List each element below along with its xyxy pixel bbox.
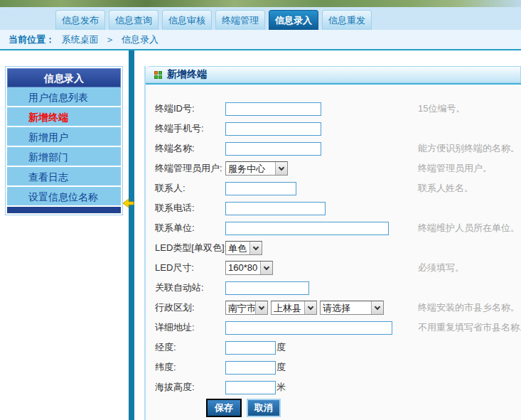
address-input[interactable] — [225, 321, 392, 335]
sidebar-item-set-slot-name[interactable]: 设置信息位名称 — [7, 187, 121, 207]
save-button[interactable]: 保存 — [206, 399, 242, 417]
panel-splitter[interactable] — [129, 50, 134, 420]
region-town-select[interactable]: 请选择 — [320, 301, 384, 315]
tab-fabu[interactable]: 信息发布 — [55, 10, 105, 30]
latitude-field: 度 — [225, 361, 418, 375]
latitude-unit: 度 — [276, 361, 286, 374]
led-size-select[interactable]: 160*80 — [225, 261, 273, 275]
latitude-label: 纬度: — [155, 361, 225, 374]
panel-header: 新增终端 — [146, 66, 521, 83]
form-row-latitude: 纬度:度 — [146, 357, 521, 377]
altitude-unit: 米 — [276, 381, 286, 394]
form-row-auto-station: 关联自动站: — [146, 278, 521, 298]
contact-label: 联系人: — [155, 182, 225, 195]
chevron-down-icon[interactable] — [249, 242, 262, 254]
chevron-down-icon[interactable] — [275, 162, 287, 175]
contact-phone-field — [225, 202, 418, 215]
sidebar-menu: 用户信息列表新增终端新增用户新增部门查看日志设置信息位名称 — [7, 87, 121, 207]
region-county-select[interactable]: 上林县 — [271, 301, 317, 315]
tab-zhongduan[interactable]: 终端管理 — [215, 10, 265, 30]
sidebar-item-view-log[interactable]: 查看日志 — [7, 167, 121, 187]
tab-luru[interactable]: 信息录入 — [269, 10, 318, 30]
form-row-address: 详细地址:不用重复填写省市县名称。 — [146, 318, 521, 338]
admin-user-label: 终端管理员用户: — [155, 162, 225, 175]
form-buttons: 保存 取消 — [146, 399, 521, 417]
region-city-select[interactable]: 南宁市 — [225, 301, 268, 315]
led-size-field: 160*80 — [225, 261, 418, 275]
region-city-selected-value: 南宁市 — [226, 301, 255, 314]
main-panel: 新增终端 终端ID号:15位编号。终端手机号:终端名称:能方便识别终端的名称。终… — [144, 66, 521, 420]
sidebar-item-user-list[interactable]: 用户信息列表 — [7, 87, 121, 107]
collapse-arrow-icon[interactable] — [122, 198, 134, 208]
address-hint: 不用重复填写省市县名称。 — [418, 321, 521, 334]
sidebar-item-new-dept[interactable]: 新增部门 — [7, 147, 121, 167]
breadcrumb-home-link[interactable]: 系统桌面 — [62, 34, 99, 45]
terminal-id-field — [225, 102, 418, 116]
breadcrumb-current: 信息录入 — [122, 34, 159, 45]
form-row-altitude: 海拔高度:米 — [146, 377, 521, 397]
breadcrumb-separator: ＞ — [105, 34, 114, 45]
auto-station-input[interactable] — [225, 281, 309, 295]
contact-phone-label: 联系电话: — [155, 202, 225, 215]
sidebar-item-new-user[interactable]: 新增用户 — [7, 127, 121, 147]
latitude-input[interactable] — [225, 361, 276, 375]
page-title: 新增终端 — [167, 68, 207, 81]
form-row-longitude: 经度:度 — [146, 338, 521, 357]
altitude-label: 海拔高度: — [155, 381, 225, 394]
sidebar-title: 信息录入 — [7, 68, 121, 87]
contact-org-input[interactable] — [225, 222, 389, 235]
new-terminal-form: 终端ID号:15位编号。终端手机号:终端名称:能方便识别终端的名称。终端管理员用… — [146, 85, 521, 420]
form-row-contact: 联系人:联系人姓名。 — [146, 178, 521, 198]
contact-phone-input[interactable] — [225, 202, 326, 215]
grid-icon — [154, 71, 162, 79]
sidebar-footer — [7, 207, 121, 213]
tab-chongfa[interactable]: 信息重发 — [322, 10, 372, 30]
altitude-input[interactable] — [225, 381, 276, 394]
form-row-admin-user: 终端管理员用户:服务中心终端管理员用户。 — [146, 158, 521, 178]
form-row-terminal-id: 终端ID号:15位编号。 — [146, 99, 521, 119]
admin-user-hint: 终端管理员用户。 — [418, 162, 492, 175]
led-size-label: LED尺寸: — [155, 262, 225, 274]
cancel-button[interactable]: 取消 — [247, 399, 281, 417]
form-row-terminal-name: 终端名称:能方便识别终端的名称。 — [146, 139, 521, 158]
chevron-down-icon[interactable] — [260, 262, 272, 274]
admin-user-field: 服务中心 — [225, 161, 418, 176]
form-row-region: 行政区划:南宁市上林县请选择终端安装的市县乡名称。 — [146, 298, 521, 318]
form-row-contact-phone: 联系电话: — [146, 198, 521, 218]
region-field: 南宁市上林县请选择 — [225, 301, 418, 315]
sidebar-item-new-terminal[interactable]: 新增终端 — [7, 107, 121, 127]
tab-bar: 信息发布信息查询信息审核终端管理信息录入信息重发 — [0, 7, 521, 30]
address-field — [225, 321, 418, 335]
terminal-id-hint: 15位编号。 — [418, 102, 465, 115]
region-town-selected-value: 请选择 — [321, 301, 371, 314]
longitude-unit: 度 — [276, 341, 286, 354]
sidebar: 信息录入 用户信息列表新增终端新增用户新增部门查看日志设置信息位名称 — [5, 66, 123, 215]
tab-shenhe[interactable]: 信息审核 — [162, 10, 212, 30]
longitude-field: 度 — [225, 341, 418, 355]
admin-user-select[interactable]: 服务中心 — [225, 161, 288, 176]
terminal-name-input[interactable] — [225, 142, 321, 156]
longitude-input[interactable] — [225, 341, 276, 355]
form-row-terminal-phone: 终端手机号: — [146, 119, 521, 139]
contact-input[interactable] — [225, 182, 296, 195]
auto-station-label: 关联自动站: — [155, 281, 225, 294]
terminal-name-field — [225, 142, 418, 156]
contact-org-field — [225, 222, 418, 235]
region-hint: 终端安装的市县乡名称。 — [418, 301, 520, 314]
chevron-down-icon[interactable] — [371, 301, 383, 314]
form-row-contact-org: 联系单位:终端维护人员所在单位。 — [146, 218, 521, 238]
terminal-id-input[interactable] — [225, 102, 321, 116]
tab-chaxun[interactable]: 信息查询 — [109, 10, 159, 30]
chevron-down-icon[interactable] — [304, 301, 316, 314]
breadcrumb: 当前位置： 系统桌面 ＞ 信息录入 — [0, 30, 521, 49]
admin-user-selected-value: 服务中心 — [226, 162, 275, 175]
led-size-hint: 必须填写。 — [418, 262, 464, 274]
terminal-phone-input[interactable] — [225, 122, 321, 136]
led-type-select[interactable]: 单色 — [225, 241, 262, 255]
contact-field — [225, 182, 418, 195]
terminal-phone-label: 终端手机号: — [155, 122, 225, 135]
chevron-down-icon[interactable] — [255, 301, 267, 314]
longitude-label: 经度: — [155, 341, 225, 354]
contact-org-label: 联系单位: — [155, 222, 225, 235]
form-row-led-type: LED类型[单双色]:单色 — [146, 238, 521, 258]
